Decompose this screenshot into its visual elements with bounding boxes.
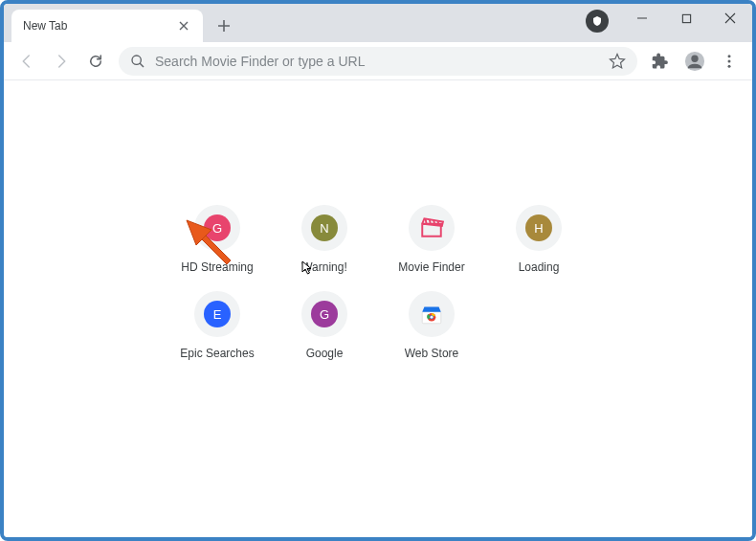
minimize-icon: [636, 12, 648, 24]
chrome-webstore-icon: [419, 302, 444, 327]
menu-button[interactable]: [714, 46, 745, 77]
shortcuts-grid: G HD Streaming N Warning! Movie Finder H…: [4, 205, 752, 360]
svg-point-11: [431, 316, 434, 319]
tab-close-button[interactable]: [176, 18, 191, 34]
shortcut-warning[interactable]: N Warning!: [271, 205, 378, 274]
maximize-icon: [681, 13, 692, 24]
close-icon: [724, 12, 736, 24]
shortcut-icon: N: [301, 205, 347, 251]
extension-badge[interactable]: [586, 10, 609, 33]
shortcut-epic-searches[interactable]: E Epic Searches: [164, 291, 271, 360]
shortcut-badge: G: [311, 301, 338, 327]
avatar-icon: [684, 51, 705, 72]
toolbar: [4, 42, 752, 80]
extensions-button[interactable]: [645, 46, 676, 77]
kebab-menu-icon: [721, 53, 738, 70]
close-icon: [179, 21, 189, 31]
clapperboard-icon: [419, 215, 444, 240]
shortcut-label: Epic Searches: [180, 347, 254, 360]
shortcut-google[interactable]: G Google: [271, 291, 378, 360]
minimize-button[interactable]: [620, 4, 664, 33]
new-tab-page: G HD Streaming N Warning! Movie Finder H…: [4, 205, 752, 541]
shortcut-label: Google: [306, 347, 344, 360]
puzzle-icon: [652, 53, 669, 70]
shield-icon: [591, 15, 603, 27]
shortcut-icon: H: [516, 205, 562, 251]
back-button[interactable]: [11, 46, 42, 77]
shortcut-badge: H: [525, 214, 552, 241]
shortcut-label: Movie Finder: [398, 260, 464, 274]
search-icon: [130, 54, 145, 69]
cursor-icon: [300, 260, 316, 276]
browser-tab[interactable]: New Tab: [11, 10, 203, 42]
annotation-arrow-icon: [181, 214, 238, 272]
plus-icon: [217, 19, 231, 33]
forward-button[interactable]: [46, 46, 77, 77]
window-controls: [620, 4, 752, 33]
svg-point-3: [691, 55, 698, 61]
shortcut-icon: E: [194, 291, 240, 337]
shortcut-label: Loading: [519, 260, 560, 274]
shortcut-badge: E: [204, 301, 231, 327]
maximize-button[interactable]: [664, 4, 708, 33]
address-input[interactable]: [155, 54, 609, 69]
shortcut-loading[interactable]: H Loading: [485, 205, 592, 274]
forward-arrow-icon: [53, 53, 70, 70]
omnibox[interactable]: [119, 47, 637, 76]
svg-point-1: [132, 56, 141, 64]
svg-point-6: [728, 64, 731, 67]
svg-rect-0: [682, 14, 690, 22]
new-tab-button[interactable]: [211, 12, 237, 39]
svg-point-4: [728, 55, 731, 57]
reload-button[interactable]: [80, 46, 111, 77]
shortcut-badge: N: [311, 214, 338, 241]
shortcut-icon: [409, 291, 455, 337]
shortcut-icon: G: [301, 291, 347, 337]
close-window-button[interactable]: [708, 4, 752, 33]
reload-icon: [87, 53, 104, 70]
shortcut-icon: [409, 205, 455, 251]
svg-point-5: [728, 59, 731, 62]
tab-title: New Tab: [23, 19, 176, 33]
bookmark-star-icon[interactable]: [609, 53, 626, 70]
titlebar: New Tab: [4, 4, 752, 42]
profile-button[interactable]: [679, 46, 710, 77]
shortcut-label: Web Store: [405, 347, 458, 360]
back-arrow-icon: [18, 53, 35, 70]
shortcut-web-store[interactable]: Web Store: [378, 291, 485, 360]
shortcut-movie-finder[interactable]: Movie Finder: [378, 205, 485, 274]
